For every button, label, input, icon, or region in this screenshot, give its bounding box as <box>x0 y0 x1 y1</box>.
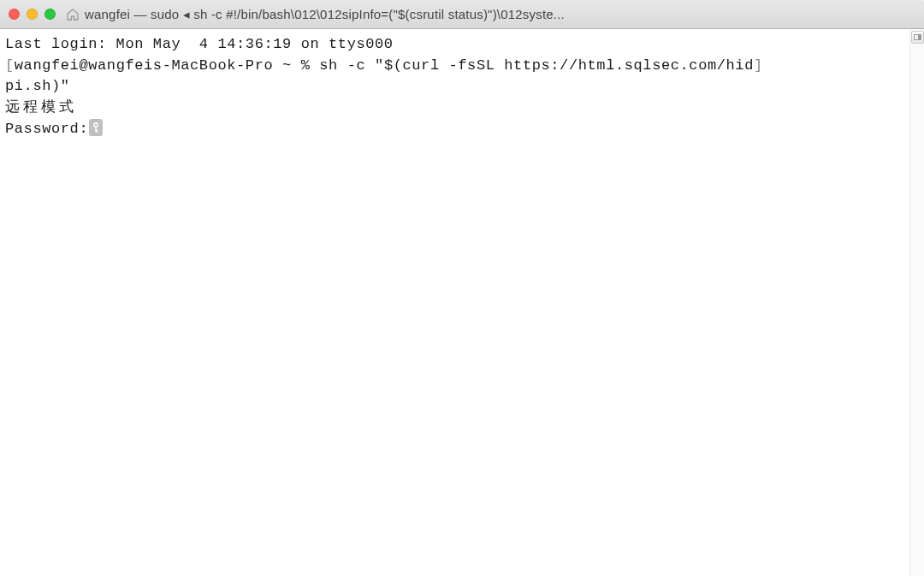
maximize-button[interactable] <box>44 9 56 20</box>
prompt-bracket-open: [ <box>5 57 15 74</box>
command-text-part2: pi.sh)" <box>5 78 70 94</box>
pane-toggle-icon <box>914 34 921 40</box>
prompt-bracket-close: ] <box>754 57 763 74</box>
traffic-lights <box>9 9 56 20</box>
terminal-window: wangfei — sudo ◂ sh -c #!/bin/bash\012\0… <box>0 0 924 576</box>
pane-toggle-button[interactable] <box>911 31 924 44</box>
minimize-button[interactable] <box>27 9 38 20</box>
password-prompt: Password: <box>5 121 88 137</box>
remote-mode-line: 远程模式 <box>5 99 77 116</box>
command-text-part1: sh -c "$(curl -fsSL https://html.sqlsec.… <box>319 57 754 74</box>
terminal-content[interactable]: Last login: Mon May 4 14:36:19 on ttys00… <box>0 29 909 576</box>
window-titlebar[interactable]: wangfei — sudo ◂ sh -c #!/bin/bash\012\0… <box>0 0 924 29</box>
scrollbar-track[interactable] <box>909 29 924 576</box>
last-login-line: Last login: Mon May 4 14:36:19 on ttys00… <box>5 36 394 52</box>
close-button[interactable] <box>9 9 20 20</box>
terminal-area: Last login: Mon May 4 14:36:19 on ttys00… <box>0 29 924 576</box>
svg-point-0 <box>94 123 98 127</box>
key-icon <box>89 119 103 136</box>
window-title: wangfei — sudo ◂ sh -c #!/bin/bash\012\0… <box>85 7 915 22</box>
shell-prompt: wangfei@wangfeis-MacBook-Pro ~ % <box>15 57 319 74</box>
home-folder-icon <box>66 8 80 21</box>
